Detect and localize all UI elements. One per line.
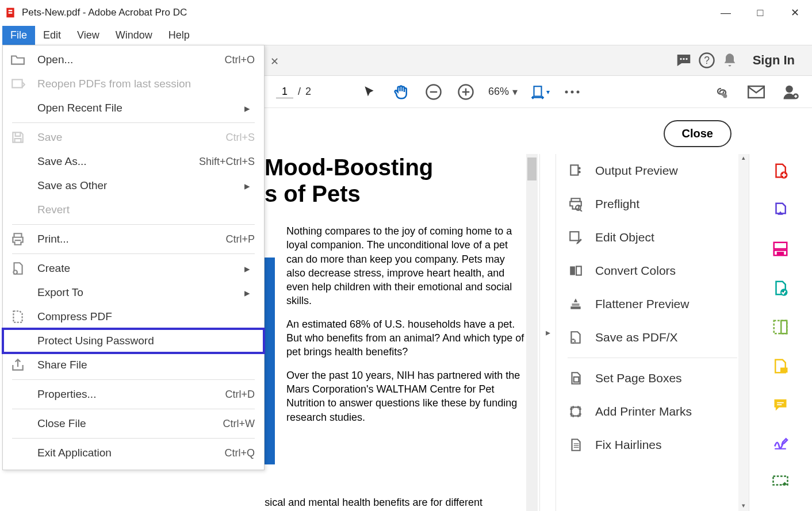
menu-exit[interactable]: Exit Application Ctrl+Q	[3, 441, 264, 465]
menu-create[interactable]: Create ▸	[3, 256, 264, 281]
more-tools-icon[interactable]	[562, 82, 582, 102]
link-cloud-icon[interactable]	[712, 82, 731, 102]
tool-label: Flattener Preview	[595, 297, 689, 311]
bell-icon[interactable]	[718, 49, 741, 72]
menu-window[interactable]: Window	[108, 26, 160, 45]
doc-paragraph-3: Over the past 10 years, NIH has partnere…	[286, 368, 526, 424]
menu-save-as-label: Save As...	[37, 155, 199, 168]
printer-icon	[10, 231, 26, 247]
menu-open[interactable]: Open... Ctrl+O	[3, 48, 264, 72]
doc-paragraph-1: Nothing compares to the joy of coming ho…	[286, 224, 526, 308]
svg-text:?: ?	[704, 55, 710, 66]
zoom-out-icon[interactable]	[424, 82, 443, 102]
menu-protect-password[interactable]: Protect Using Password	[3, 329, 264, 353]
tool-add-printer-marks[interactable]: Add Printer Marks	[556, 395, 749, 428]
tool-flattener-preview[interactable]: Flattener Preview	[556, 287, 749, 321]
hand-tool-icon[interactable]	[392, 82, 411, 102]
organize-rail-icon[interactable]	[772, 318, 790, 337]
menu-bar: File Edit View Window Help	[0, 25, 812, 45]
output-preview-icon	[568, 163, 584, 179]
menu-file[interactable]: File	[2, 26, 35, 45]
svg-rect-29	[574, 377, 579, 382]
compress-icon	[10, 309, 26, 325]
menu-properties[interactable]: Properties... Ctrl+D	[3, 382, 264, 406]
menu-open-recent[interactable]: Open Recent File ▸	[3, 96, 264, 120]
menu-view[interactable]: View	[69, 26, 108, 45]
select-tool-icon[interactable]	[359, 82, 379, 102]
tool-rail	[749, 154, 812, 511]
combine-rail-icon[interactable]	[772, 240, 790, 259]
menu-help[interactable]: Help	[160, 26, 198, 45]
more-rail-icon[interactable]	[772, 475, 790, 493]
svg-rect-30	[571, 407, 580, 416]
tool-output-preview[interactable]: Output Preview	[556, 154, 749, 187]
email-icon[interactable]	[746, 82, 766, 102]
menu-edit[interactable]: Edit	[35, 26, 69, 45]
tool-fix-hairlines[interactable]: Fix Hairlines	[556, 428, 749, 462]
menu-save: Save Ctrl+S	[3, 125, 264, 149]
menu-export[interactable]: Export To ▸	[3, 281, 264, 305]
create-pdf-icon	[10, 260, 26, 276]
fit-width-icon[interactable]: ▾	[530, 82, 550, 102]
panel-toggle[interactable]: ▸	[539, 154, 556, 511]
menu-open-label: Open...	[37, 53, 224, 66]
doc-footer-text: Scientists are looking at what the poten…	[265, 497, 526, 509]
menu-share[interactable]: Share File	[3, 353, 264, 377]
document-scrollbar[interactable]: ▴	[526, 154, 538, 511]
scroll-up-icon[interactable]: ▴	[738, 154, 749, 163]
close-button[interactable]: Close	[664, 120, 731, 147]
menu-save-other[interactable]: Save as Other ▸	[3, 174, 264, 198]
tool-label: Preflight	[595, 197, 639, 211]
window-minimize-button[interactable]: —	[708, 0, 743, 25]
scroll-down-icon[interactable]: ▾	[738, 502, 749, 511]
menu-compress[interactable]: Compress PDF	[3, 305, 264, 329]
window-close-button[interactable]: ✕	[777, 0, 812, 25]
sign-in-button[interactable]: Sign In	[753, 53, 795, 68]
menu-print-label: Print...	[37, 233, 225, 245]
edit-pdf-rail-icon[interactable]	[772, 279, 790, 298]
tool-preflight[interactable]: Preflight	[556, 187, 749, 221]
menu-close-file-shortcut: Ctrl+W	[223, 418, 255, 430]
panel-scrollbar[interactable]: ▴ ▾	[738, 154, 749, 511]
add-person-icon[interactable]	[781, 82, 800, 102]
tab-close-icon[interactable]: ✕	[270, 55, 281, 66]
tool-label: Output Preview	[595, 164, 678, 178]
comment-rail-icon[interactable]	[772, 358, 790, 376]
submenu-arrow-icon: ▸	[244, 262, 250, 275]
tool-set-page-boxes[interactable]: Set Page Boxes	[556, 362, 749, 395]
svg-rect-37	[780, 368, 788, 373]
svg-rect-24	[570, 232, 579, 240]
menu-close-file[interactable]: Close File Ctrl+W	[3, 412, 264, 436]
svg-rect-27	[572, 303, 580, 306]
export-pdf-rail-icon[interactable]	[772, 201, 790, 220]
window-maximize-button[interactable]: □	[743, 0, 777, 25]
page-separator: /	[298, 86, 301, 98]
tool-edit-object[interactable]: Edit Object	[556, 221, 749, 254]
help-icon[interactable]: ?	[695, 49, 718, 72]
tool-save-pdfx[interactable]: Save as PDF/X	[556, 321, 749, 354]
create-pdf-rail-icon[interactable]	[772, 162, 790, 180]
menu-save-as-shortcut: Shift+Ctrl+S	[199, 156, 255, 168]
save-pdfx-icon	[568, 329, 584, 345]
tool-label: Save as PDF/X	[595, 331, 678, 344]
menu-save-as[interactable]: Save As... Shift+Ctrl+S	[3, 149, 264, 174]
comment-speech-rail-icon[interactable]	[772, 397, 790, 415]
zoom-dropdown-icon[interactable]: ▾	[512, 86, 518, 98]
submenu-arrow-icon: ▸	[244, 286, 250, 299]
tab-toolbar: ✕ ? Sign In	[265, 45, 812, 76]
menu-reopen: Reopen PDFs from last session	[3, 72, 264, 96]
doc-title-line1: Mood-Boosting	[265, 155, 433, 180]
menu-exit-label: Exit Application	[37, 447, 224, 459]
sign-rail-icon[interactable]	[772, 436, 790, 454]
tool-convert-colors[interactable]: Convert Colors	[556, 254, 749, 287]
menu-revert: Revert	[3, 198, 264, 222]
scroll-thumb[interactable]	[527, 157, 537, 180]
menu-print[interactable]: Print... Ctrl+P	[3, 227, 264, 251]
svg-rect-0	[12, 79, 22, 87]
zoom-level: 66%	[488, 86, 509, 98]
zoom-in-icon[interactable]	[456, 82, 476, 102]
menu-open-shortcut: Ctrl+O	[224, 54, 255, 66]
doc-paragraph-2: An estimated 68% of U.S. households have…	[286, 317, 526, 359]
page-number-input[interactable]	[276, 86, 293, 98]
chat-icon[interactable]	[672, 49, 695, 72]
